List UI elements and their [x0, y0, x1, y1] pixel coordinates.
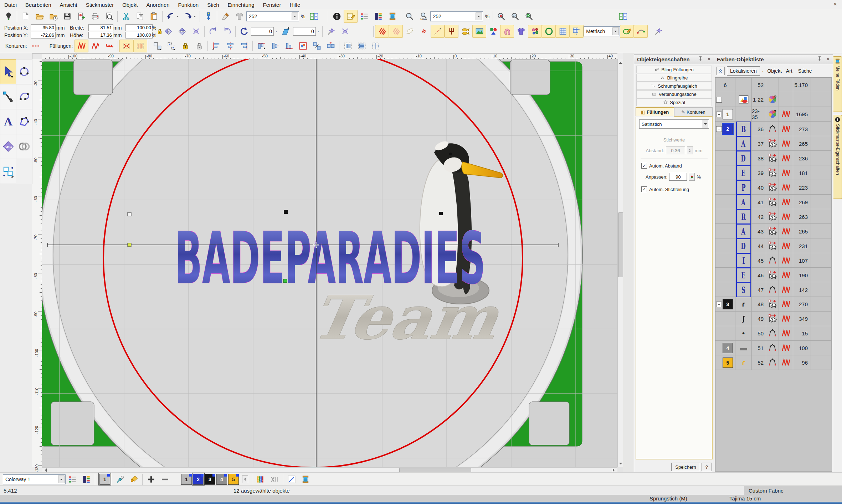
color-group-chip-2[interactable]: 2: [723, 124, 733, 134]
color-list-row[interactable]: P40223: [715, 180, 832, 195]
object-thumbnail[interactable]: ▬: [740, 344, 747, 352]
color-list-row[interactable]: 4▬51100: [715, 341, 832, 355]
no-background-button[interactable]: [284, 473, 298, 486]
column-header-objekt[interactable]: Objekt: [767, 68, 781, 74]
show-bling-button[interactable]: [528, 25, 542, 38]
side-tab-meine-fäden[interactable]: Meine Fäden: [833, 56, 842, 112]
menu-fenster[interactable]: Fenster: [259, 1, 286, 9]
color-group-chip-3[interactable]: 3: [723, 299, 733, 309]
fill-loops-button[interactable]: [102, 40, 116, 52]
menu-datei[interactable]: Datei: [0, 1, 21, 9]
color-list-row[interactable]: A43265: [715, 224, 832, 238]
design-information-button[interactable]: [330, 10, 344, 23]
align-left-button[interactable]: [209, 40, 223, 52]
open-design-button[interactable]: [32, 10, 46, 23]
letter-thumbnail-D[interactable]: D: [736, 238, 751, 253]
design-text-sub[interactable]: Team: [306, 282, 505, 353]
menu-bearbeiten[interactable]: Bearbeiten: [21, 1, 56, 9]
menu-stickmuster[interactable]: Stickmuster: [82, 1, 118, 9]
bezier-open-tool[interactable]: [16, 84, 32, 109]
tab-fuellungen[interactable]: ◧Füllungen: [636, 107, 674, 116]
horizontal-scroll-thumb[interactable]: [399, 468, 471, 472]
scale-width-input[interactable]: [125, 24, 153, 31]
color-group-chip-5[interactable]: 5: [723, 358, 733, 368]
transform-tool-1-button[interactable]: [324, 25, 338, 38]
chevron-down-icon[interactable]: [58, 475, 65, 483]
auto-abstand-row[interactable]: ✓ Autom. Abstand: [641, 163, 682, 169]
auto-abstand-checkbox[interactable]: ✓: [641, 163, 647, 169]
abstand-input[interactable]: 0.36: [666, 146, 685, 154]
show-needle-points-button[interactable]: [445, 25, 458, 38]
polygon-tool[interactable]: [16, 109, 32, 134]
color-list-row[interactable]: 5ɾ5296: [715, 355, 832, 370]
paint-mode-button[interactable]: [219, 10, 232, 23]
rotate-tool-button[interactable]: [237, 25, 251, 38]
color-list-row[interactable]: I45107: [715, 253, 832, 268]
thread-colors-button[interactable]: [358, 10, 371, 23]
color-list-row[interactable]: −2B36273: [715, 122, 832, 136]
abstand-spinner[interactable]: [687, 146, 693, 154]
rotate-ccw-45-button[interactable]: [206, 25, 220, 38]
color-group-chip-4[interactable]: 4: [723, 343, 733, 353]
rotate-cw-45-button[interactable]: [220, 25, 234, 38]
rect-select-tool[interactable]: [0, 159, 16, 184]
show-hoop-button[interactable]: [542, 25, 556, 38]
copy-button[interactable]: [133, 10, 147, 23]
select-tool[interactable]: [0, 59, 16, 84]
show-small-stitches-button[interactable]: [417, 25, 431, 38]
fill-cross-button[interactable]: [119, 40, 133, 52]
mirror-vertical-button[interactable]: [175, 25, 189, 38]
scale-height-input[interactable]: [125, 32, 153, 38]
collapse-icon[interactable]: −: [716, 126, 722, 132]
auto-stichteilung-checkbox[interactable]: ✓: [641, 186, 647, 192]
show-bitmap-button[interactable]: [472, 25, 486, 38]
zoom-stitch-select-button[interactable]: [508, 10, 522, 23]
undo-button[interactable]: [164, 10, 181, 23]
vertical-scrollbar[interactable]: [617, 59, 623, 467]
color-list-row[interactable]: E46190: [715, 268, 832, 282]
breite-input[interactable]: [88, 24, 113, 31]
color-list-summary-row[interactable]: 6525.170: [715, 78, 832, 92]
export-design-button[interactable]: [74, 10, 88, 23]
align-middle-button[interactable]: [268, 40, 282, 52]
position-x-input[interactable]: [31, 24, 56, 31]
rotate-angle-input[interactable]: [251, 27, 274, 36]
object-thumbnail[interactable]: ɾ: [742, 359, 745, 367]
zoom-hoop-button[interactable]: [522, 10, 536, 23]
align-right-button[interactable]: [237, 40, 251, 52]
pin-icon[interactable]: [816, 56, 823, 62]
objprop-blingreihe[interactable]: Blingreihe: [636, 74, 712, 82]
ungroup-2-button[interactable]: [324, 40, 338, 52]
colorway-chip-5[interactable]: 5: [228, 474, 239, 485]
letter-thumbnail-E[interactable]: E: [736, 268, 751, 283]
letter-thumbnail-P[interactable]: P: [736, 180, 751, 195]
objprop-verbindungsstiche[interactable]: Verbindungsstiche: [636, 90, 712, 98]
wilcom-logo-button[interactable]: [1, 10, 15, 23]
clone-object-button[interactable]: [150, 40, 164, 52]
expand-icon[interactable]: +: [716, 112, 722, 117]
show-stitches-button[interactable]: [375, 25, 389, 38]
chevron-down-icon[interactable]: [193, 16, 196, 19]
color-list-row[interactable]: +1-22: [715, 92, 832, 107]
collapse-icon[interactable]: −: [716, 302, 722, 307]
close-icon[interactable]: ×: [825, 56, 832, 62]
outline-dash-button[interactable]: [29, 40, 43, 52]
color-list-view-button[interactable]: [66, 473, 79, 486]
skew-tool-button[interactable]: [279, 25, 293, 38]
collapse-all-button[interactable]: [716, 67, 725, 75]
objprop-spezial[interactable]: Spezial: [636, 98, 712, 106]
colorway-combo[interactable]: Colorway 1: [3, 474, 66, 484]
window-close-icon[interactable]: ×: [831, 1, 840, 8]
stitch-type-combo[interactable]: Satinstich: [639, 119, 709, 129]
align-center-v-button[interactable]: [223, 40, 237, 52]
add-color-button[interactable]: [144, 473, 158, 486]
remove-color-button[interactable]: [158, 473, 172, 486]
mirror-merge-button[interactable]: [189, 25, 203, 38]
align-top-button[interactable]: [254, 40, 268, 52]
overview-window-button[interactable]: [307, 10, 321, 23]
menu-funktion[interactable]: Funktion: [174, 1, 203, 9]
zoom-factor-combo[interactable]: 252: [430, 11, 483, 21]
letter-thumbnail-D[interactable]: D: [736, 151, 751, 166]
panel-splitter[interactable]: [623, 53, 634, 472]
show-appliance-button[interactable]: [500, 25, 514, 38]
